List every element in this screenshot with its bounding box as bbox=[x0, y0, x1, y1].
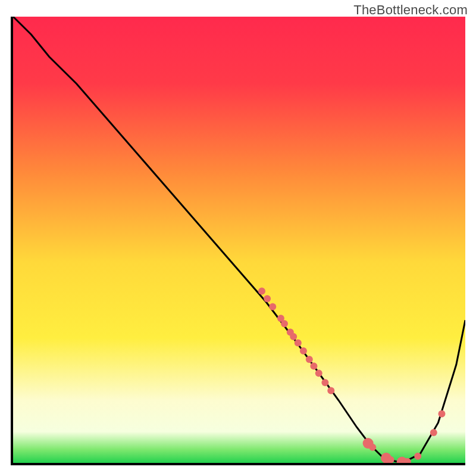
curve-layer bbox=[13, 17, 465, 463]
marker-dot bbox=[258, 287, 265, 295]
marker-dot bbox=[327, 387, 334, 394]
marker-dot bbox=[310, 362, 317, 369]
marker-dot bbox=[281, 320, 288, 327]
marker-dot bbox=[300, 347, 307, 355]
attribution-label: TheBottleneck.com bbox=[353, 2, 468, 18]
marker-dot bbox=[369, 444, 376, 451]
marker-dot bbox=[438, 411, 445, 418]
marker-dot bbox=[295, 339, 302, 346]
marker-dot bbox=[414, 453, 421, 460]
marker-dot bbox=[264, 295, 271, 302]
chart-container: { "attribution": "TheBottleneck.com", "c… bbox=[0, 0, 476, 476]
marker-dot bbox=[430, 429, 437, 436]
marker-dot bbox=[321, 379, 328, 386]
marker-dot bbox=[306, 356, 313, 363]
highlight-dots bbox=[258, 287, 445, 463]
plot-area bbox=[11, 17, 465, 465]
marker-dot bbox=[290, 333, 297, 340]
marker-dot bbox=[269, 303, 276, 310]
bottleneck-curve bbox=[13, 17, 465, 463]
marker-dot bbox=[315, 369, 322, 377]
